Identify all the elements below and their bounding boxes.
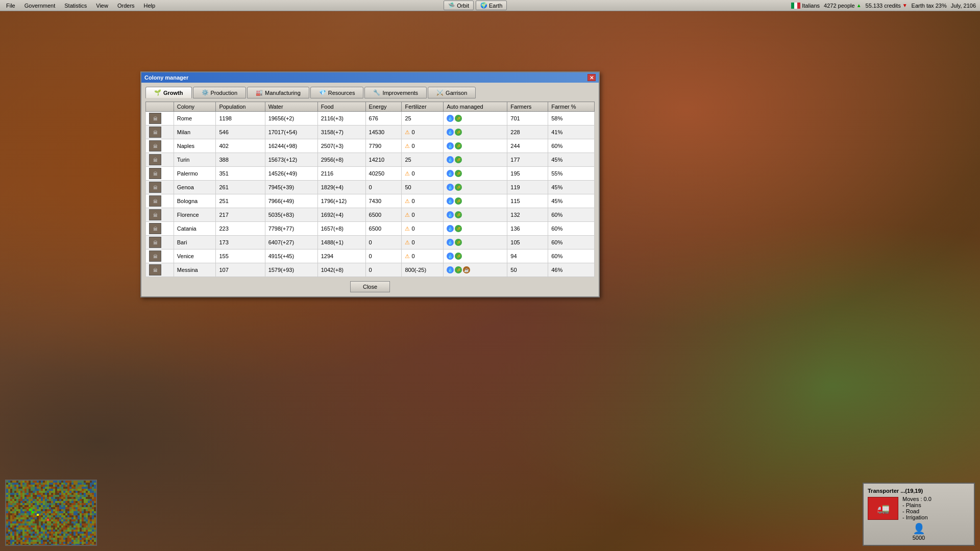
colony-name: Messina (174, 263, 216, 277)
population-value: 4272 people (824, 3, 855, 9)
date-value: July, 2106 (951, 3, 976, 9)
colony-energy: 0 (365, 236, 402, 249)
table-row[interactable]: 🏛Messina1071579(+93)1042(+8)0800(-25)💧🌾☕… (146, 263, 595, 277)
colony-name: Venice (174, 249, 216, 263)
menu-orders[interactable]: Orders (113, 2, 139, 10)
menu-statistics[interactable]: Statistics (60, 2, 91, 10)
colony-energy: 0 (365, 263, 402, 277)
terrain1: - Plains (902, 502, 932, 508)
unit-value-number: 5000 (913, 535, 925, 541)
colony-population: 251 (216, 194, 265, 208)
food-auto-icon: 🌾 (455, 184, 462, 191)
nation-status: Italians (791, 3, 820, 9)
colony-water: 14526(+49) (265, 167, 317, 181)
food-auto-icon: 🌾 (455, 129, 462, 136)
colony-food: 1294 (317, 249, 365, 263)
dialog-content: 🌱 Growth ⚙️ Production 🏭 Manufacturing 💎… (141, 83, 599, 296)
colony-population: 1198 (216, 112, 265, 126)
tab-manufacturing[interactable]: 🏭 Manufacturing (247, 87, 309, 98)
tab-improvements-label: Improvements (382, 90, 418, 96)
water-auto-icon: 💧 (447, 115, 454, 122)
water-auto-icon: 💧 (447, 197, 454, 205)
orbit-button[interactable]: 🛸 Orbit (444, 1, 474, 10)
food-auto-icon: 🌾 (455, 142, 462, 149)
unit-image: 🚛 (868, 497, 898, 520)
svg-rect-2 (797, 3, 800, 9)
colony-name: Genoa (174, 181, 216, 194)
table-row[interactable]: 🏛Rome119819656(+2)2116(+3)67625💧🌾70158% (146, 112, 595, 126)
improvements-tab-icon: 🔧 (373, 89, 380, 96)
menu-file[interactable]: File (2, 2, 19, 10)
table-row[interactable]: 🏛Florence2175035(+83)1692(+4)6500⚠ 0💧🌾13… (146, 208, 595, 222)
moves-value: 0.0 (924, 496, 932, 502)
table-row[interactable]: 🏛Venice1554915(+45)12940⚠ 0💧🌾9460% (146, 249, 595, 263)
water-auto-icon: 💧 (447, 129, 454, 136)
tab-resources[interactable]: 💎 Resources (310, 87, 364, 98)
terrain3: - Irrigation (902, 514, 932, 520)
table-row[interactable]: 🏛Turin38815673(+12)2956(+8)1421025💧🌾1774… (146, 153, 595, 167)
colony-farmer-pct: 46% (548, 263, 595, 277)
unit-title: Transporter ...(19,19) (868, 488, 970, 494)
colony-farmers: 50 (507, 263, 548, 277)
colony-energy: 0 (365, 249, 402, 263)
water-auto-icon: 💧 (447, 253, 454, 260)
orbit-icon: 🛸 (448, 2, 455, 9)
water-auto-icon: 💧 (447, 184, 454, 191)
colony-energy: 676 (365, 112, 402, 126)
tab-improvements[interactable]: 🔧 Improvements (364, 87, 427, 98)
table-row[interactable]: 🏛Milan54617017(+54)3158(+7)14530⚠ 0💧🌾228… (146, 126, 595, 139)
moves-row: Moves : 0.0 (902, 496, 932, 502)
menu-government[interactable]: Government (20, 2, 60, 10)
col-header-auto: Auto managed (444, 102, 507, 112)
colony-farmer-pct: 55% (548, 167, 595, 181)
col-header-water: Water (265, 102, 317, 112)
colony-water: 16244(+98) (265, 139, 317, 153)
colony-water: 7945(+39) (265, 181, 317, 194)
colony-name: Bari (174, 236, 216, 249)
colony-population: 173 (216, 236, 265, 249)
colony-population: 107 (216, 263, 265, 277)
colony-farmers: 177 (507, 153, 548, 167)
menu-help[interactable]: Help (140, 2, 160, 10)
table-row[interactable]: 🏛Bologna2517966(+49)1796(+12)7430⚠ 0💧🌾11… (146, 194, 595, 208)
colony-name: Florence (174, 208, 216, 222)
tab-manufacturing-label: Manufacturing (265, 90, 301, 96)
tab-production[interactable]: ⚙️ Production (193, 87, 247, 98)
table-row[interactable]: 🏛Catania2237798(+77)1657(+8)6500⚠ 0💧🌾136… (146, 222, 595, 236)
credits-trend-icon: ▼ (902, 3, 908, 8)
food-auto-icon: 🌾 (455, 156, 462, 163)
food-auto-icon: 🌾 (455, 170, 462, 177)
colony-food: 1796(+12) (317, 194, 365, 208)
colony-icon-cell: 🏛 (146, 263, 174, 277)
colony-food: 2116(+3) (317, 112, 365, 126)
colony-population: 388 (216, 153, 265, 167)
colony-farmer-pct: 60% (548, 249, 595, 263)
colony-food: 2956(+8) (317, 153, 365, 167)
population-status: 4272 people ▲ (824, 3, 861, 9)
table-row[interactable]: 🏛Bari1736407(+27)1488(+1)0⚠ 0💧🌾10560% (146, 236, 595, 249)
menu-view[interactable]: View (92, 2, 112, 10)
tab-growth[interactable]: 🌱 Growth (145, 87, 192, 98)
tab-garrison-label: Garrison (446, 90, 467, 96)
colony-water: 17017(+54) (265, 126, 317, 139)
colony-farmer-pct: 45% (548, 153, 595, 167)
colony-water: 7966(+49) (265, 194, 317, 208)
earth-button[interactable]: 🌍 Earth (476, 1, 507, 10)
dialog-close-button[interactable]: ✕ (587, 74, 596, 81)
table-row[interactable]: 🏛Genoa2617945(+39)1829(+4)050💧🌾11945% (146, 181, 595, 194)
colony-fertilizer: ⚠ 0 (402, 126, 444, 139)
water-auto-icon: 💧 (447, 211, 454, 218)
colony-fertilizer: ⚠ 0 (402, 139, 444, 153)
minimap[interactable] (5, 480, 97, 546)
colony-farmer-pct: 45% (548, 194, 595, 208)
colony-population: 223 (216, 222, 265, 236)
special-auto-icon: ☕ (463, 266, 470, 273)
dialog-titlebar: Colony manager ✕ (141, 72, 599, 83)
close-button[interactable]: Close (350, 281, 390, 292)
colony-icon-cell: 🏛 (146, 194, 174, 208)
table-row[interactable]: 🏛Palermo35114526(+49)211640250⚠ 0💧🌾19555… (146, 167, 595, 181)
tab-garrison[interactable]: ⚔️ Garrison (428, 87, 476, 98)
colony-auto-managed: 💧🌾 (444, 126, 507, 139)
colony-water: 7798(+77) (265, 222, 317, 236)
table-row[interactable]: 🏛Naples40216244(+98)2507(+3)7790⚠ 0💧🌾244… (146, 139, 595, 153)
